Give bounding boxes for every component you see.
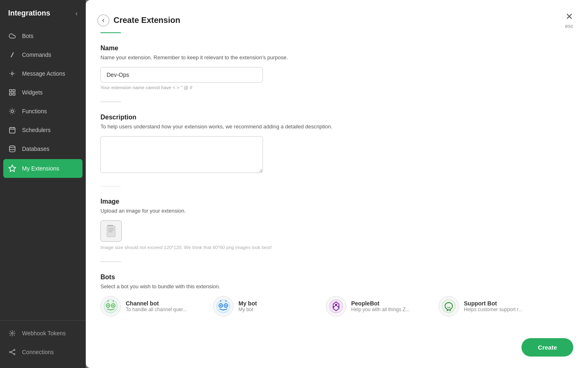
sidebar-item-bots[interactable]: Bots: [0, 27, 86, 45]
description-input[interactable]: [100, 136, 263, 173]
svg-point-13: [11, 332, 13, 334]
image-section-desc: Upload an image for your extension.: [100, 208, 573, 214]
sidebar-item-connections[interactable]: Connections: [0, 343, 86, 361]
sidebar-item-message-actions[interactable]: Message Actions: [0, 64, 86, 83]
image-hint: Image size should not exceed 120*120. We…: [100, 245, 573, 250]
sidebar-item-schedulers[interactable]: Schedulers: [0, 121, 86, 139]
schedulers-icon: [8, 126, 16, 134]
bot-card-channel-bot[interactable]: Channel bot To handle all channel quer..…: [100, 296, 207, 316]
name-section-desc: Name your extension. Remember to keep it…: [100, 54, 573, 61]
svg-point-45: [442, 299, 455, 312]
svg-point-28: [113, 305, 114, 306]
widgets-icon: [8, 88, 16, 96]
svg-point-11: [9, 146, 15, 148]
svg-point-15: [14, 349, 15, 350]
close-button[interactable]: ✕ esc: [565, 11, 573, 29]
bot-info-support-bot: Support Bot Helps customer support r...: [464, 300, 522, 312]
bot-avatar-people-bot: [326, 296, 346, 316]
svg-point-41: [333, 306, 334, 308]
sidebar-item-widgets[interactable]: Widgets: [0, 83, 86, 102]
close-icon: ✕: [566, 11, 573, 22]
svg-line-17: [11, 350, 14, 352]
description-section-title: Description: [100, 114, 573, 121]
sidebar-title: Integrations ‹: [0, 0, 86, 25]
back-button[interactable]: [97, 14, 109, 27]
svg-rect-2: [9, 90, 11, 92]
cloud-icon: [8, 32, 16, 40]
sidebar: Integrations ‹ Bots Commands Message Act…: [0, 0, 86, 368]
svg-point-1: [11, 73, 13, 75]
bot-info-people-bot: PeopleBot Help you with all things Z...: [351, 300, 410, 312]
svg-marker-12: [9, 165, 16, 172]
svg-rect-5: [13, 93, 15, 95]
webhook-icon: [8, 329, 16, 337]
bots-section-title: Bots: [100, 274, 573, 281]
svg-line-18: [11, 352, 14, 354]
bot-avatar-channel-bot: [100, 296, 121, 316]
svg-rect-4: [9, 93, 11, 95]
name-section-title: Name: [100, 45, 573, 52]
svg-line-0: [11, 52, 13, 57]
modal-header: Create Extension ✕ esc: [86, 0, 588, 29]
svg-point-34: [220, 305, 222, 306]
modal-header-left: Create Extension: [97, 14, 180, 27]
sidebar-item-commands[interactable]: Commands: [0, 45, 86, 64]
svg-rect-22: [108, 230, 114, 231]
databases-icon: [8, 145, 16, 153]
image-upload[interactable]: [100, 220, 122, 242]
sidebar-bottom: Webhook Tokens Connections: [0, 320, 86, 368]
slash-icon: [8, 51, 16, 59]
svg-rect-21: [108, 228, 114, 229]
functions-icon: [8, 107, 16, 115]
bot-card-people-bot[interactable]: PeopleBot Help you with all things Z...: [326, 296, 432, 316]
svg-point-35: [225, 305, 227, 306]
bot-avatar-my-bot: [213, 296, 234, 316]
svg-point-6: [11, 110, 13, 112]
bots-section-desc: Select a bot you wish to bundle with thi…: [100, 283, 573, 289]
message-actions-icon: [8, 70, 16, 78]
name-input-hint: Your extension name cannot have < > " @ …: [100, 85, 573, 90]
description-section-desc: To help users understand how your extens…: [100, 123, 573, 130]
name-section: Name Name your extension. Remember to ke…: [86, 33, 588, 90]
bots-grid: Channel bot To handle all channel quer..…: [100, 296, 573, 316]
connections-icon: [8, 348, 16, 356]
bots-section: Bots Select a bot you wish to bundle wit…: [86, 262, 588, 316]
svg-point-14: [9, 352, 11, 353]
name-input[interactable]: [100, 67, 263, 83]
bot-card-my-bot[interactable]: My bot My bot: [213, 296, 319, 316]
sidebar-nav: Bots Commands Message Actions Widgets Fu: [0, 25, 86, 320]
sidebar-item-databases[interactable]: Databases: [0, 139, 86, 158]
create-button[interactable]: Create: [521, 338, 573, 357]
create-button-wrap: Create: [521, 338, 573, 357]
bot-card-support-bot[interactable]: Support Bot Helps customer support r...: [439, 296, 545, 316]
sidebar-item-my-extensions[interactable]: My Extensions: [3, 159, 82, 178]
extensions-icon: [8, 164, 16, 173]
bot-info-my-bot: My bot My bot: [238, 300, 257, 312]
svg-point-27: [107, 305, 109, 306]
sidebar-item-functions[interactable]: Functions: [0, 102, 86, 121]
image-section-title: Image: [100, 198, 573, 205]
svg-point-16: [14, 354, 15, 355]
bot-avatar-support-bot: [439, 296, 459, 316]
sidebar-item-webhook-tokens[interactable]: Webhook Tokens: [0, 324, 86, 343]
svg-rect-7: [9, 128, 15, 133]
svg-point-42: [338, 306, 340, 308]
svg-rect-3: [13, 90, 15, 92]
svg-rect-23: [108, 231, 112, 232]
description-section: Description To help users understand how…: [86, 102, 588, 175]
bot-info-channel-bot: Channel bot To handle all channel quer..…: [126, 300, 187, 312]
modal-title: Create Extension: [114, 16, 180, 25]
image-section: Image Upload an image for your extension…: [86, 186, 588, 250]
create-extension-modal: Create Extension ✕ esc Name Name your ex…: [86, 0, 588, 368]
sidebar-collapse-button[interactable]: ‹: [76, 10, 78, 17]
